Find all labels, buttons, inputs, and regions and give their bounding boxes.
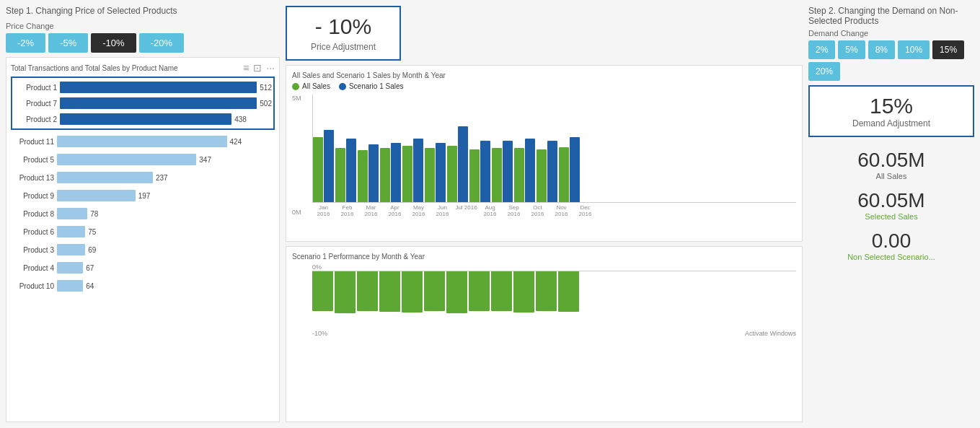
table-row: Product 7 502 (14, 95, 272, 111)
table-row: Product 8 78 (11, 206, 275, 222)
x-label: Jan 2016 (312, 204, 335, 217)
product-label: Product 4 (11, 264, 54, 272)
demand-btn-5[interactable]: 5% (838, 40, 865, 59)
price-btn-neg10[interactable]: -10% (91, 33, 136, 53)
bar-pair (402, 139, 423, 202)
scenario-bar (491, 271, 512, 311)
selected-sales-stat: 60.05M Selected Sales (808, 189, 974, 221)
product-label: Product 11 (11, 138, 54, 146)
panel-toolbar: Total Transactions and Total Sales by Pr… (11, 62, 275, 74)
chart-legend: All Sales Scenario 1 Sales (292, 82, 796, 90)
x-label: Sep 2016 (503, 204, 525, 217)
activate-text: Activate Windows (745, 330, 796, 337)
x-label: Jun 2016 (431, 204, 454, 217)
bar-fill (57, 226, 85, 237)
demand-btn-2[interactable]: 2% (808, 40, 835, 59)
blue-bar (525, 139, 535, 202)
bar-pair (469, 141, 490, 202)
scenario-bar (513, 271, 534, 313)
more-icon[interactable]: ··· (266, 62, 275, 74)
bar-value: 78 (90, 210, 98, 218)
bar-pair (380, 143, 401, 202)
green-bar (559, 147, 569, 202)
blue-bar (346, 139, 356, 202)
scenario-bar (424, 271, 445, 311)
y-label-0pct: 0% (312, 263, 796, 271)
x-label: Feb 2016 (336, 204, 358, 217)
demand-change-section: Demand Change 2% 5% 8% 10% 15% 20% (808, 29, 974, 81)
blue-bar (368, 144, 379, 202)
demand-buttons: 2% 5% 8% 10% 15% 20% (808, 40, 974, 81)
bar-pair (358, 144, 379, 202)
y-label-neg10pct: -10% (312, 330, 796, 337)
price-btn-neg2[interactable]: -2% (6, 33, 45, 53)
price-adjustment-box: - 10% Price Adjustment (286, 6, 401, 61)
bar-value: 69 (88, 246, 96, 254)
hamburger-icon[interactable]: ≡ (243, 62, 249, 74)
table-row: Product 11 424 (11, 134, 275, 149)
bar-fill (60, 82, 257, 93)
y-label-0m: 0M (292, 209, 301, 216)
demand-btn-15[interactable]: 15% (932, 40, 964, 59)
step1-title: Step 1. Changing Price of Selected Produ… (6, 6, 280, 16)
scenario-bar (357, 271, 378, 311)
line-chart-title: All Sales and Scenario 1 Sales by Month … (292, 71, 796, 79)
green-bar (447, 146, 457, 202)
green-dot (292, 83, 299, 90)
x-label: Nov 2016 (550, 204, 573, 217)
bar-value: 347 (199, 156, 211, 164)
blue-bar (458, 126, 468, 202)
y-label-5m: 5M (292, 95, 301, 102)
demand-btn-8[interactable]: 8% (868, 40, 895, 59)
legend-all-sales-label: All Sales (302, 82, 330, 90)
x-label: Apr 2016 (384, 204, 406, 217)
middle-top: - 10% Price Adjustment (286, 6, 803, 61)
scenario-bar (335, 271, 356, 313)
price-change-section: Price Change -2% -5% -10% -20% (6, 22, 280, 53)
table-row: Product 3 69 (11, 242, 275, 258)
toolbar-icons: ≡ ⊡ ··· (243, 62, 275, 74)
green-bar (358, 150, 368, 202)
legend-all-sales: All Sales (292, 82, 330, 90)
blue-bar (503, 141, 513, 202)
bar-value: 424 (230, 138, 242, 146)
bar-value: 75 (88, 228, 96, 236)
scenario-bar (536, 271, 557, 311)
bar-fill (57, 280, 83, 292)
table-row: Product 1 512 (14, 79, 272, 95)
table-row: Product 9 197 (11, 188, 275, 204)
green-bar (380, 148, 390, 202)
price-btn-neg5[interactable]: -5% (48, 33, 88, 53)
demand-adjustment-box: 15% Demand Adjustment (808, 85, 974, 137)
demand-adjustment-label: Demand Adjustment (824, 118, 958, 128)
green-bar (469, 149, 480, 202)
demand-btn-10[interactable]: 10% (898, 40, 930, 59)
bar-pair (447, 126, 468, 202)
demand-btn-20[interactable]: 20% (808, 62, 840, 81)
demand-adjustment-value: 15% (824, 94, 958, 118)
scenario-chart-area: 0% -10% Activate Windows (292, 263, 796, 337)
bar-fill (57, 262, 83, 274)
non-selected-label: Non Selected Scenario... (808, 253, 974, 261)
price-btn-neg20[interactable]: -20% (139, 33, 184, 53)
bar-fill (60, 113, 231, 125)
bars-container: 5M 0M (312, 95, 796, 203)
x-label: Aug 2016 (479, 204, 501, 217)
expand-icon[interactable]: ⊡ (253, 62, 262, 74)
bar-value: 237 (156, 174, 168, 182)
selected-products-group: Product 1 512 Product 7 502 (11, 77, 275, 130)
table-row: Product 13 237 (11, 170, 275, 185)
bar-pair (537, 141, 557, 202)
bar-pair (335, 139, 356, 202)
stats-section: 60.05M All Sales 60.05M Selected Sales 0… (808, 149, 974, 261)
bar-pair (425, 143, 446, 202)
bar-chart-title: Total Transactions and Total Sales by Pr… (11, 64, 178, 72)
blue-bar (480, 141, 490, 202)
bar-pair (514, 139, 535, 202)
step2-area: Step 2. Changing the Demand on Non-Selec… (808, 6, 974, 81)
line-chart-section: All Sales and Scenario 1 Sales by Month … (286, 65, 803, 242)
green-bar (425, 148, 435, 202)
green-bar (335, 148, 345, 202)
middle-panel: - 10% Price Adjustment All Sales and Sce… (286, 6, 803, 422)
scenario-bar (446, 271, 467, 313)
